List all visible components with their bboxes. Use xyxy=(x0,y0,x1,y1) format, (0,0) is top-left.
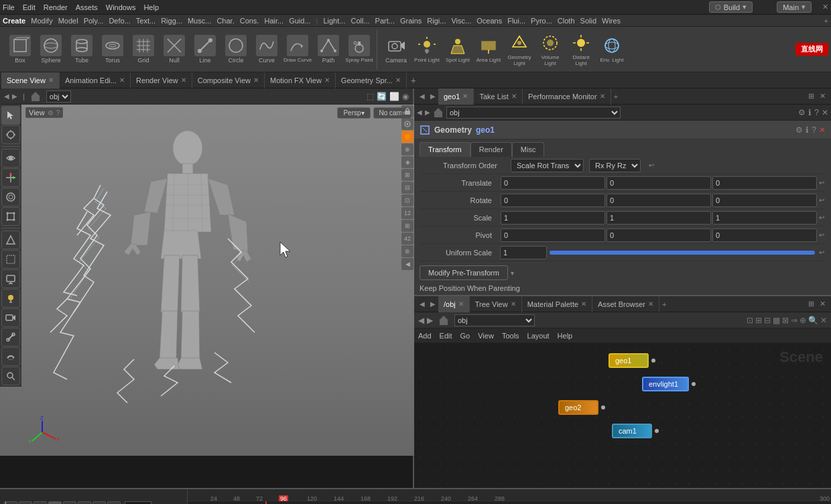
geo-tab-take-list[interactable]: Take List ✕ xyxy=(474,88,522,105)
close-asset-browser[interactable]: ✕ xyxy=(648,300,653,308)
geo-icon1[interactable]: ⚙ xyxy=(798,108,806,117)
close-tree-view[interactable]: ✕ xyxy=(511,300,516,308)
node-menu-go[interactable]: Go xyxy=(460,332,470,340)
obj-path-dropdown[interactable]: obj xyxy=(46,90,71,103)
close-geo-spr[interactable]: ✕ xyxy=(395,76,401,84)
geo-icon2[interactable]: ℹ xyxy=(808,108,812,117)
scale-z[interactable]: 1 xyxy=(712,211,817,225)
tool-display[interactable] xyxy=(1,269,20,288)
shelf-tab-oceans[interactable]: Oceans xyxy=(476,17,502,25)
shelf-tab-defo[interactable]: Defo... xyxy=(109,17,130,25)
shelf-tab-poly[interactable]: Poly... xyxy=(84,17,104,25)
tool-zoom[interactable] xyxy=(1,367,20,385)
viewport-icon-1[interactable]: ⬚ xyxy=(367,92,374,101)
tool-camera-btn[interactable] xyxy=(1,308,20,327)
node-tool-5[interactable]: ⊠ xyxy=(782,316,789,325)
vp-orange-icon[interactable] xyxy=(401,131,413,143)
vp-icon-9[interactable]: 12 xyxy=(401,207,413,219)
btn-step-back[interactable]: ◀ xyxy=(34,501,47,504)
vp-icon-8[interactable]: ⊡ xyxy=(401,194,413,206)
tool-handle[interactable] xyxy=(1,125,20,144)
shelf-tab-rigi[interactable]: Rigi... xyxy=(427,17,446,25)
tool-box[interactable]: Box xyxy=(5,29,35,70)
geo-settings-btn[interactable]: ⚙ xyxy=(795,125,803,135)
node-menu-edit[interactable]: Edit xyxy=(440,332,452,340)
menu-windows[interactable]: Windows xyxy=(106,3,136,11)
geo-close-btn[interactable]: ✕ xyxy=(819,125,826,135)
btn-jump-start[interactable]: |◀◀ xyxy=(4,501,17,504)
tab-misc[interactable]: Misc xyxy=(512,142,545,157)
tool-line[interactable]: Line xyxy=(190,29,220,70)
tool-view[interactable] xyxy=(1,149,20,168)
node-tool-3[interactable]: ⊟ xyxy=(764,316,771,325)
tool-transform[interactable] xyxy=(1,168,20,187)
uniform-scale-arrow[interactable]: ↩ xyxy=(818,249,826,256)
menu-file[interactable]: File xyxy=(3,3,15,11)
shelf-tab-rigg[interactable]: Rigg... xyxy=(161,17,182,25)
node-cam1[interactable]: cam1 xyxy=(612,424,659,438)
translate-y[interactable]: 0 xyxy=(606,176,711,190)
shelf-tab-solid[interactable]: Solid xyxy=(580,17,596,25)
btn-step-fwd[interactable]: ▷ xyxy=(78,501,91,504)
close-geo1[interactable]: ✕ xyxy=(462,92,468,100)
vp-icon-12[interactable]: ⊛ xyxy=(401,245,413,257)
view-help-icon[interactable]: ? xyxy=(56,109,60,117)
geo-icon3[interactable]: ? xyxy=(814,108,819,117)
shelf-tab-text[interactable]: Text... xyxy=(136,17,155,25)
tab-transform[interactable]: Transform xyxy=(420,142,470,157)
tool-torus[interactable]: Torus xyxy=(98,29,127,70)
add-node-tab[interactable]: + xyxy=(662,300,666,308)
uniform-scale-slider[interactable] xyxy=(550,251,815,255)
vp-icon-6[interactable]: ⊞ xyxy=(401,169,413,181)
vp-icon-4[interactable]: ⊕ xyxy=(401,143,413,155)
tab-animation-editor[interactable]: Animation Edi... ✕ xyxy=(60,72,131,88)
viewport-nav-fwd[interactable]: ▶ xyxy=(12,92,17,100)
build-button[interactable]: ⬡ Build ▾ xyxy=(709,1,753,13)
rotate-x[interactable]: 0 xyxy=(501,194,605,207)
node-geo2[interactable]: geo2 xyxy=(558,400,605,415)
tool-env-light[interactable]: Env. Light xyxy=(597,29,627,70)
vp-icon-11[interactable]: 42 xyxy=(401,233,413,245)
pivot-y[interactable]: 0 xyxy=(606,229,711,242)
scale-x[interactable]: 1 xyxy=(501,211,605,225)
node-menu-help[interactable]: Help xyxy=(558,332,573,340)
geo-tab-geo1[interactable]: geo1 ✕ xyxy=(438,88,474,105)
shelf-tab-coll[interactable]: Coll... xyxy=(350,17,369,25)
modify-dropdown-arrow[interactable]: ▾ xyxy=(511,269,514,277)
node-geo1-connector[interactable] xyxy=(651,359,655,363)
tool-draw-curve[interactable]: Draw Curve xyxy=(283,29,312,70)
add-geo-tab[interactable]: + xyxy=(614,92,618,101)
pivot-arrow[interactable]: ↩ xyxy=(818,231,826,239)
node-tool-9[interactable]: ✕ xyxy=(820,316,827,325)
tool-muscle[interactable] xyxy=(1,347,20,366)
close-scene-view[interactable]: ✕ xyxy=(48,76,54,84)
close-anim-editor[interactable]: ✕ xyxy=(119,76,125,84)
tool-volume-light[interactable]: Volume Light xyxy=(535,29,565,70)
menu-assets[interactable]: Assets xyxy=(76,3,98,11)
shelf-tab-musc[interactable]: Musc... xyxy=(188,17,211,25)
pivot-x[interactable]: 0 xyxy=(501,229,605,242)
vp-icon-7[interactable]: ⊟ xyxy=(401,182,413,194)
geo-icon4[interactable]: ✕ xyxy=(822,108,828,117)
geo-panel-icon2[interactable]: ✕ xyxy=(817,92,828,101)
node-tab-tree-view[interactable]: Tree View ✕ xyxy=(470,296,522,312)
node-geo2-connector[interactable] xyxy=(601,405,605,410)
node-nav-back[interactable]: ◀ xyxy=(417,300,428,308)
frame-counter[interactable]: 82 xyxy=(125,501,151,504)
close-material-palette[interactable]: ✕ xyxy=(581,300,586,308)
node-tab-material-palette[interactable]: Material Palette ✕ xyxy=(522,296,592,312)
close-motion-fx[interactable]: ✕ xyxy=(324,76,330,84)
node-tab-obj[interactable]: /obj ✕ xyxy=(438,296,470,312)
tool-bone[interactable] xyxy=(1,328,20,346)
node-menu-view[interactable]: View xyxy=(478,332,494,340)
tab-motion-fx[interactable]: Motion FX View ✕ xyxy=(265,72,336,88)
shelf-tab-pyro[interactable]: Pyro... xyxy=(531,17,552,25)
node-tool-4[interactable]: ▦ xyxy=(773,316,780,325)
tool-distant-light[interactable]: Distant Light xyxy=(566,29,596,70)
transform-order-dropdown2[interactable]: Rx Ry Rz xyxy=(589,159,641,172)
close-render-view[interactable]: ✕ xyxy=(181,76,186,84)
node-tool-7[interactable]: ⊕ xyxy=(800,316,806,325)
tool-spot-light[interactable]: Spot Light xyxy=(443,29,472,70)
btn-play-fwd[interactable]: ▶ xyxy=(63,501,76,504)
tab-scene-view[interactable]: Scene View ✕ xyxy=(1,72,60,88)
